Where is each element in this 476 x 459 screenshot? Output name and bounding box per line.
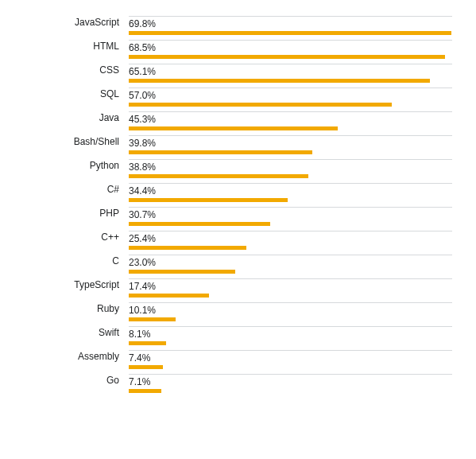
bar-value: 69.8% xyxy=(129,18,452,29)
bar-row: SQL57.0% xyxy=(16,88,452,110)
bar-cell: 68.5% xyxy=(129,40,452,62)
bar-fill xyxy=(129,103,392,107)
bar-value: 30.7% xyxy=(129,209,452,220)
bar-label: C xyxy=(16,255,129,266)
bar-fill xyxy=(129,55,445,59)
bar-cell: 8.1% xyxy=(129,326,452,348)
bar-row: C#34.4% xyxy=(16,183,452,205)
bar-cell: 25.4% xyxy=(129,231,452,253)
bar-label: Ruby xyxy=(16,302,129,314)
bar-label: Swift xyxy=(16,326,129,338)
bar-cell: 38.8% xyxy=(129,159,452,181)
bar-value: 68.5% xyxy=(129,42,452,53)
bar-row: Swift8.1% xyxy=(16,326,452,348)
bar-label: Bash/Shell xyxy=(16,135,129,147)
bar-label: Java xyxy=(16,111,129,123)
bar-row: HTML68.5% xyxy=(16,40,452,62)
bar-value: 34.4% xyxy=(129,185,452,196)
bar-row: C++25.4% xyxy=(16,231,452,253)
bar-label: Assembly xyxy=(16,350,129,362)
bar-value: 25.4% xyxy=(129,233,452,244)
bar-cell: 39.8% xyxy=(129,135,452,158)
bar-value: 39.8% xyxy=(129,138,452,149)
bar-cell: 65.1% xyxy=(129,64,452,86)
bar-fill xyxy=(129,341,166,345)
bar-cell: 17.4% xyxy=(129,278,452,301)
bar-label: JavaScript xyxy=(16,16,129,28)
bar-cell: 69.8% xyxy=(129,16,452,38)
bar-row: PHP30.7% xyxy=(16,207,452,229)
bar-cell: 57.0% xyxy=(129,88,452,110)
bar-value: 65.1% xyxy=(129,66,452,77)
bar-fill xyxy=(129,150,312,154)
bar-cell: 45.3% xyxy=(129,111,452,134)
bar-value: 17.4% xyxy=(129,281,452,292)
bar-value: 45.3% xyxy=(129,114,452,125)
bar-fill xyxy=(129,294,209,298)
bar-row: CSS65.1% xyxy=(16,64,452,86)
bar-fill xyxy=(129,317,176,321)
bar-fill xyxy=(129,246,246,250)
bar-row: C23.0% xyxy=(16,255,452,277)
bar-label: CSS xyxy=(16,64,129,76)
bar-row: JavaScript69.8% xyxy=(16,16,452,38)
bar-row: TypeScript17.4% xyxy=(16,278,452,301)
bar-fill xyxy=(129,270,235,274)
bar-fill xyxy=(129,79,430,83)
bar-row: Java45.3% xyxy=(16,111,452,134)
bar-row: Bash/Shell39.8% xyxy=(16,135,452,158)
bar-row: Ruby10.1% xyxy=(16,302,452,325)
language-usage-bar-chart: JavaScript69.8%HTML68.5%CSS65.1%SQL57.0%… xyxy=(0,0,476,414)
bar-value: 38.8% xyxy=(129,161,452,173)
bar-fill xyxy=(129,198,288,202)
bar-label: C++ xyxy=(16,231,129,243)
bar-fill xyxy=(129,222,270,226)
bar-label: PHP xyxy=(16,207,129,219)
bar-cell: 7.1% xyxy=(129,374,452,396)
bar-value: 23.0% xyxy=(129,257,452,268)
bar-row: Python38.8% xyxy=(16,159,452,181)
bar-fill xyxy=(129,31,451,35)
bar-row: Assembly7.4% xyxy=(16,350,452,372)
bar-value: 7.4% xyxy=(129,352,452,364)
bar-cell: 7.4% xyxy=(129,350,452,372)
bar-value: 7.1% xyxy=(129,376,452,387)
bar-label: C# xyxy=(16,183,129,195)
bar-value: 10.1% xyxy=(129,305,452,316)
bar-row: Go7.1% xyxy=(16,374,452,396)
bar-cell: 23.0% xyxy=(129,255,452,277)
bar-fill xyxy=(129,174,308,178)
bar-fill xyxy=(129,126,338,130)
bar-label: SQL xyxy=(16,88,129,99)
bar-label: Go xyxy=(16,374,129,386)
bar-cell: 30.7% xyxy=(129,207,452,229)
bar-label: Python xyxy=(16,159,129,171)
bar-fill xyxy=(129,389,161,393)
bar-cell: 10.1% xyxy=(129,302,452,325)
bar-label: TypeScript xyxy=(16,278,129,290)
bar-fill xyxy=(129,365,163,369)
bar-value: 8.1% xyxy=(129,329,452,340)
bar-value: 57.0% xyxy=(129,90,452,101)
bar-label: HTML xyxy=(16,40,129,52)
bar-cell: 34.4% xyxy=(129,183,452,205)
